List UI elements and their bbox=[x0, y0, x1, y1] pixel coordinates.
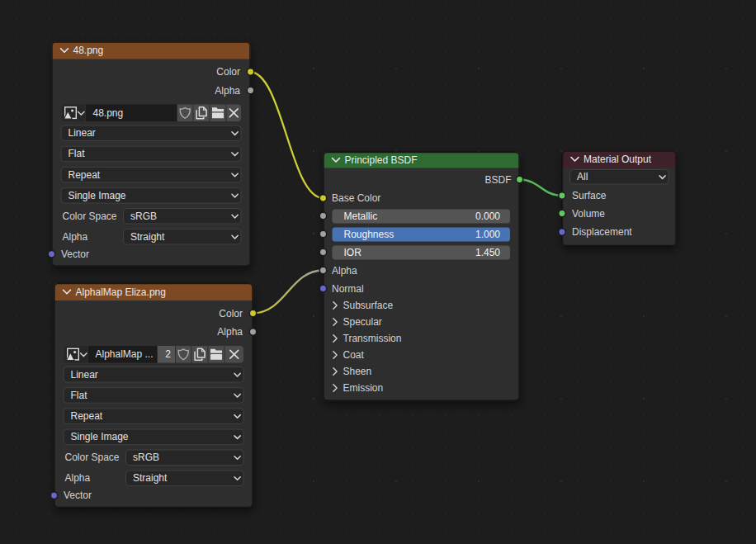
svg-text:Normal: Normal bbox=[332, 283, 364, 295]
svg-text:Color: Color bbox=[216, 66, 240, 78]
svg-text:Flat: Flat bbox=[71, 390, 88, 401]
svg-text:All: All bbox=[577, 171, 588, 182]
svg-text:Flat: Flat bbox=[69, 148, 86, 159]
svg-text:Single Image: Single Image bbox=[69, 190, 126, 201]
svg-text:BSDF: BSDF bbox=[484, 174, 511, 186]
svg-text:Emission: Emission bbox=[343, 382, 384, 394]
svg-text:AlphalMap ...: AlphalMap ... bbox=[96, 348, 154, 360]
svg-text:Vector: Vector bbox=[61, 248, 89, 260]
svg-text:Surface: Surface bbox=[572, 190, 607, 201]
svg-text:Color Space: Color Space bbox=[65, 452, 120, 463]
svg-text:Vector: Vector bbox=[64, 490, 92, 501]
svg-text:Base Color: Base Color bbox=[332, 192, 380, 204]
svg-text:Alpha: Alpha bbox=[215, 85, 240, 97]
svg-text:Alpha: Alpha bbox=[63, 231, 88, 243]
svg-text:AlphalMap Eliza.png: AlphalMap Eliza.png bbox=[76, 286, 166, 298]
svg-text:Displacement: Displacement bbox=[572, 226, 632, 238]
svg-text:Roughness: Roughness bbox=[344, 229, 395, 240]
svg-text:1.000: 1.000 bbox=[475, 229, 500, 240]
svg-text:48.png: 48.png bbox=[93, 107, 124, 119]
svg-text:Coat: Coat bbox=[343, 349, 365, 361]
svg-text:1.450: 1.450 bbox=[475, 247, 500, 258]
svg-text:Linear: Linear bbox=[69, 127, 96, 139]
svg-text:Single Image: Single Image bbox=[71, 431, 129, 442]
svg-text:Sheen: Sheen bbox=[343, 366, 372, 377]
svg-text:Repeat: Repeat bbox=[71, 410, 103, 422]
svg-text:sRGB: sRGB bbox=[130, 211, 157, 222]
svg-text:sRGB: sRGB bbox=[133, 452, 159, 463]
svg-text:Straight: Straight bbox=[133, 472, 168, 484]
svg-text:Material Output: Material Output bbox=[584, 154, 652, 165]
svg-text:Color: Color bbox=[219, 308, 243, 319]
svg-text:Principled BSDF: Principled BSDF bbox=[345, 154, 418, 166]
svg-text:Specular: Specular bbox=[343, 316, 382, 328]
svg-text:0.000: 0.000 bbox=[475, 211, 500, 222]
svg-text:Linear: Linear bbox=[71, 369, 98, 381]
svg-text:Alpha: Alpha bbox=[332, 265, 357, 277]
svg-text:Alpha: Alpha bbox=[65, 472, 91, 484]
svg-text:Volume: Volume bbox=[572, 208, 605, 220]
svg-text:Straight: Straight bbox=[130, 231, 165, 243]
svg-text:Color Space: Color Space bbox=[63, 211, 117, 222]
svg-text:Subsurface: Subsurface bbox=[343, 300, 394, 311]
svg-text:IOR: IOR bbox=[344, 247, 362, 258]
svg-text:48.png: 48.png bbox=[73, 45, 104, 56]
svg-text:2: 2 bbox=[165, 348, 171, 360]
svg-text:Repeat: Repeat bbox=[69, 169, 101, 181]
svg-text:Alpha: Alpha bbox=[217, 326, 243, 338]
svg-text:Transmission: Transmission bbox=[343, 333, 402, 344]
svg-text:Metallic: Metallic bbox=[344, 211, 378, 222]
